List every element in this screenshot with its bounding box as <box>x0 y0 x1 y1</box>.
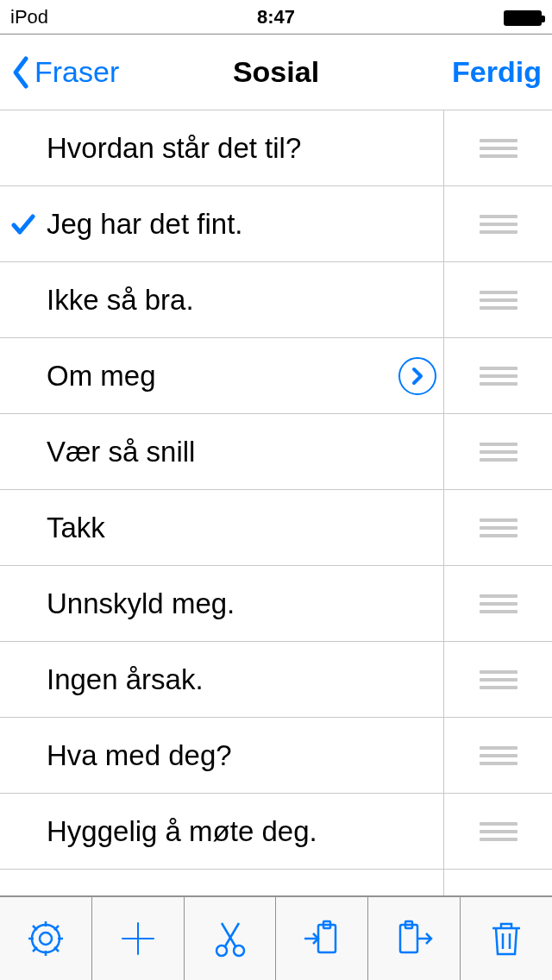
svg-point-4 <box>216 945 227 956</box>
reorder-handle[interactable] <box>443 870 552 895</box>
row-label: Hva med deg? <box>47 739 443 772</box>
reorder-handle[interactable] <box>443 262 552 337</box>
back-label: Fraser <box>34 55 119 89</box>
scissors-icon <box>210 918 251 959</box>
table-row[interactable]: Hvordan står det til? <box>0 110 552 186</box>
gear-icon <box>25 918 66 959</box>
battery-icon <box>504 10 542 26</box>
chevron-left-icon <box>10 55 31 90</box>
svg-line-7 <box>222 923 235 946</box>
back-button[interactable]: Fraser <box>10 55 119 90</box>
plus-icon <box>117 918 159 959</box>
drag-icon <box>480 443 518 462</box>
reorder-handle[interactable] <box>443 186 552 261</box>
row-label: Takk <box>47 512 443 544</box>
trash-icon <box>486 918 527 959</box>
add-button[interactable] <box>92 897 185 980</box>
row-check <box>0 211 47 237</box>
disclosure-button[interactable] <box>392 357 443 395</box>
reorder-handle[interactable] <box>443 794 552 869</box>
row-label: Hyggelig å møte deg. <box>47 815 443 848</box>
table-row[interactable]: Om meg <box>0 338 552 414</box>
reorder-handle[interactable] <box>443 718 552 793</box>
table-row[interactable]: Takk <box>0 490 552 566</box>
drag-icon <box>480 822 518 841</box>
delete-button[interactable] <box>461 897 552 980</box>
table-row[interactable]: Ingen årsak. <box>0 642 552 718</box>
status-time: 8:47 <box>187 6 364 28</box>
svg-point-0 <box>40 933 52 945</box>
cut-button[interactable] <box>185 897 277 980</box>
settings-button[interactable] <box>0 897 92 980</box>
row-label: Jeg har det fint. <box>47 208 443 241</box>
reorder-handle[interactable] <box>443 490 552 565</box>
drag-icon <box>480 215 518 234</box>
drag-icon <box>480 367 518 386</box>
status-device: iPod <box>10 6 187 28</box>
table-row[interactable]: Ikke så bra. <box>0 262 552 338</box>
toolbar <box>0 895 552 980</box>
paste-out-button[interactable] <box>368 897 461 980</box>
nav-bar: Fraser Sosial Ferdig <box>0 35 552 110</box>
reorder-handle[interactable] <box>443 338 552 413</box>
drag-icon <box>480 746 518 765</box>
svg-point-1 <box>32 925 60 952</box>
reorder-handle[interactable] <box>443 414 552 489</box>
drag-icon <box>480 139 518 158</box>
checkmark-icon <box>10 211 36 237</box>
table-row[interactable]: Vær så snill <box>0 414 552 490</box>
drag-icon <box>480 291 518 310</box>
drag-icon <box>480 518 518 537</box>
row-label: Vær så snill <box>47 436 443 468</box>
status-bar: iPod 8:47 <box>0 0 552 35</box>
row-label: Hvordan står det til? <box>47 132 443 165</box>
clipboard-in-icon <box>301 918 342 959</box>
svg-line-6 <box>225 923 239 946</box>
chevron-right-icon <box>411 367 424 386</box>
table-row[interactable]: Hyggelig å møte deg. <box>0 794 552 870</box>
row-label: Om meg <box>47 360 392 393</box>
phrase-list: Hvordan står det til? Jeg har det fint. … <box>0 110 552 895</box>
svg-point-5 <box>234 945 244 956</box>
row-label: Ingen årsak. <box>47 663 443 696</box>
reorder-handle[interactable] <box>443 566 552 641</box>
row-check <box>0 870 47 895</box>
page-title: Sosial <box>233 55 319 89</box>
row-label: Unnskyld meg. <box>47 587 443 620</box>
drag-icon <box>480 670 518 689</box>
table-row[interactable]: Jeg har det fint. <box>0 186 552 262</box>
table-row[interactable]: Unnskyld meg. <box>0 566 552 642</box>
row-label: Ha en fin dag! <box>47 870 443 895</box>
paste-in-button[interactable] <box>276 897 368 980</box>
table-row[interactable]: Ha en fin dag! <box>0 870 552 895</box>
table-row[interactable]: Hva med deg? <box>0 718 552 794</box>
reorder-handle[interactable] <box>443 642 552 717</box>
clipboard-out-icon <box>393 918 435 959</box>
reorder-handle[interactable] <box>443 110 552 185</box>
row-label: Ikke så bra. <box>47 284 443 317</box>
status-battery <box>365 6 542 28</box>
drag-icon <box>480 594 518 613</box>
done-button[interactable]: Ferdig <box>452 55 542 89</box>
